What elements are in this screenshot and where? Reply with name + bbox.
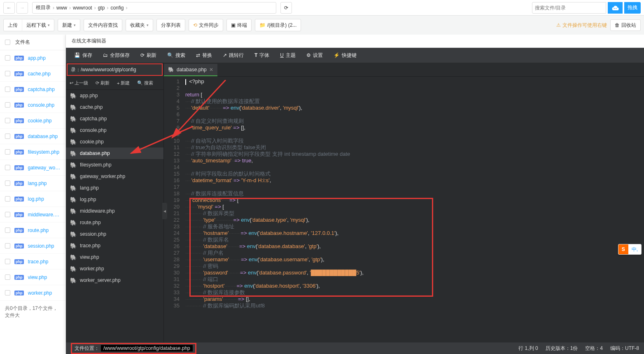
status-history[interactable]: 历史版本：1份 [546, 345, 578, 352]
row-checkbox[interactable] [5, 290, 10, 295]
row-checkbox[interactable] [5, 212, 10, 217]
upload-button[interactable]: 上传 [4, 19, 22, 31]
file-row[interactable]: phpdatabase.php [0, 129, 65, 144]
side-search-button[interactable]: 🔍搜索 [133, 78, 157, 88]
column-filename[interactable]: 文件名 [15, 39, 30, 46]
row-checkbox[interactable] [5, 149, 10, 155]
row-checkbox[interactable] [5, 259, 10, 264]
row-checkbox[interactable] [5, 181, 10, 186]
side-refresh-button[interactable]: ⟳刷新 [92, 78, 113, 88]
root-dir-button[interactable]: 📁/(根目录) (2... [255, 19, 301, 31]
editor-status-bar: 文件位置： /www/wwwroot/gtp/config/database.p… [66, 342, 644, 354]
editor-file-item[interactable]: 🐘cache.php [66, 101, 163, 113]
new-button[interactable]: 新建▾ [58, 19, 80, 31]
editor-file-item[interactable]: 🐘log.php [66, 194, 163, 205]
remote-download-button[interactable]: 远程下载▾ [22, 19, 54, 31]
editor-file-item[interactable]: 🐘view.php [66, 251, 163, 263]
nav-back-button[interactable]: ← [3, 2, 15, 14]
editor-file-item[interactable]: 🐘captcha.php [66, 113, 163, 124]
settings-button[interactable]: ⚙设置 [301, 49, 328, 61]
row-checkbox[interactable] [5, 196, 10, 202]
nav-forward-button[interactable]: → [16, 2, 28, 14]
file-row[interactable]: phpcaptcha.php [0, 82, 65, 97]
save-button[interactable]: 💾保存 [69, 49, 97, 61]
file-sync-button[interactable]: ⟲文件同步 [189, 19, 223, 31]
theme-button[interactable]: U主题 [275, 49, 301, 61]
editor-file-item[interactable]: 🐘session.php [66, 228, 163, 240]
font-button[interactable]: T字体 [250, 49, 274, 61]
terminal-button[interactable]: ▣终端 [227, 19, 251, 31]
status-encoding[interactable]: 编码：UTF-8 [610, 345, 639, 352]
code-editor[interactable]: 1234567891011121314151617181920212223242… [164, 77, 644, 342]
refresh-editor-button[interactable]: ⟳刷新 [135, 49, 161, 61]
refresh-button[interactable]: ⟳ [280, 2, 292, 14]
row-checkbox[interactable] [5, 102, 10, 108]
file-row[interactable]: phpfilesystem.php [0, 144, 65, 160]
editor-file-item[interactable]: 🐘database.php [66, 148, 163, 159]
file-row[interactable]: phpcache.php [0, 66, 65, 82]
save-all-button[interactable]: 🗂全部保存 [98, 49, 135, 61]
favorites-button[interactable]: 收藏夹▾ [126, 19, 153, 31]
editor-file-item[interactable]: 🐘middleware.php [66, 205, 163, 217]
share-list-button[interactable]: 分享列表 [157, 19, 185, 31]
breadcrumb-item[interactable]: www [56, 5, 67, 11]
row-checkbox[interactable] [5, 243, 10, 249]
editor-path-bar[interactable]: 录： /www/wwwroot/gtp/config [67, 63, 163, 76]
search-input[interactable] [532, 2, 606, 14]
replace-button[interactable]: ⇄替换 [191, 49, 217, 61]
editor-file-item[interactable]: 🐘gateway_worker.php [66, 171, 163, 182]
file-row[interactable]: phplang.php [0, 176, 65, 191]
file-row[interactable]: phpview.php [0, 270, 65, 285]
row-checkbox[interactable] [5, 55, 10, 61]
collapse-sidebar-handle[interactable]: ◂ [162, 203, 167, 219]
file-row[interactable]: phpmiddleware.php [0, 207, 65, 223]
file-row[interactable]: phpsession.php [0, 238, 65, 254]
breadcrumb[interactable]: 根目录›www›wwwroot›gtp›config› [32, 2, 276, 14]
cloud-search-button[interactable] [608, 2, 623, 14]
row-checkbox[interactable] [5, 118, 10, 123]
tab-database-php[interactable]: 🐘 database.php ✕ [164, 64, 217, 76]
file-row[interactable]: phpworker.php [0, 285, 65, 301]
shortcut-button[interactable]: ⚡快捷键 [329, 49, 362, 61]
row-checkbox[interactable] [5, 71, 10, 76]
editor-file-item[interactable]: 🐘worker.php [66, 263, 163, 274]
close-tab-button[interactable]: ✕ [209, 67, 213, 73]
editor-file-item[interactable]: 🐘app.php [66, 90, 163, 101]
editor-file-item[interactable]: 🐘console.php [66, 124, 163, 136]
editor-file-item[interactable]: 🐘worker_server.php [66, 274, 163, 286]
file-row[interactable]: phpapp.php [0, 50, 65, 66]
up-level-button[interactable]: ↩上一级 [66, 78, 92, 88]
side-new-button[interactable]: +新建 [113, 78, 133, 88]
row-checkbox[interactable] [5, 274, 10, 280]
editor-file-item[interactable]: 🐘trace.php [66, 240, 163, 251]
file-row[interactable]: phptrace.php [0, 254, 65, 270]
status-cursor[interactable]: 行 1,列 0 [518, 345, 538, 352]
drag-handle-button[interactable]: 拖拽 [624, 2, 641, 14]
editor-file-item[interactable]: 🐘cookie.php [66, 136, 163, 148]
file-row[interactable]: phpgateway_worker.php [0, 160, 65, 176]
status-indent[interactable]: 空格：4 [585, 345, 603, 352]
file-row[interactable]: phpcookie.php [0, 113, 65, 129]
row-checkbox[interactable] [5, 165, 10, 170]
breadcrumb-item[interactable]: 根目录 [36, 4, 51, 11]
ime-badge[interactable]: S 中, [618, 244, 642, 255]
search-button[interactable]: 🔍搜索 [162, 49, 190, 61]
editor-file-item[interactable]: 🐘filesystem.php [66, 159, 163, 171]
goto-line-button[interactable]: ↗跳转行 [218, 49, 249, 61]
file-row[interactable]: phplog.php [0, 191, 65, 207]
breadcrumb-item[interactable]: config [110, 5, 124, 11]
content-search-button[interactable]: 文件内容查找 [84, 19, 122, 31]
row-checkbox[interactable] [5, 134, 10, 139]
breadcrumb-item[interactable]: gtp [98, 5, 105, 11]
row-checkbox[interactable] [5, 87, 10, 92]
row-checkbox[interactable] [5, 227, 10, 233]
select-all-checkbox[interactable] [5, 40, 10, 45]
editor-file-item[interactable]: 🐘lang.php [66, 182, 163, 194]
file-row[interactable]: phproute.php [0, 223, 65, 238]
file-name: worker.php [28, 290, 52, 296]
editor-file-item[interactable]: 🐘route.php [66, 217, 163, 228]
recycle-bin-button[interactable]: 🗑回收站 [610, 19, 641, 31]
code-content[interactable]: <?phpreturn [····// 默认使用的数据库连接配置····'def… [185, 77, 644, 309]
breadcrumb-item[interactable]: wwwroot [73, 5, 92, 11]
file-row[interactable]: phpconsole.php [0, 97, 65, 113]
